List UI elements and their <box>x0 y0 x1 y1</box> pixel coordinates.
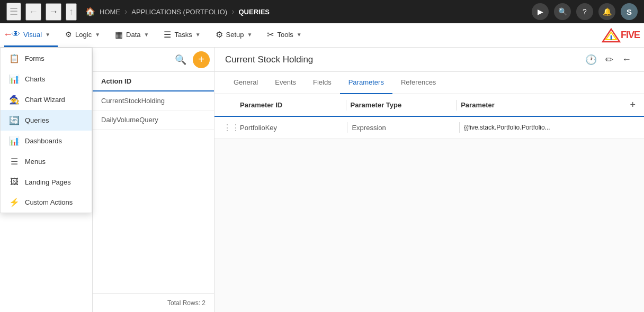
notifications-button[interactable]: 🔔 <box>598 3 615 20</box>
tab-references-label: References <box>401 78 436 86</box>
menu-label-logic: Logic <box>75 31 92 39</box>
breadcrumb-queries[interactable]: QUERIES <box>238 8 270 16</box>
breadcrumb-sep-1: › <box>124 7 127 16</box>
param-value-cell: {{five.stack.Portfolio.Portfolio... <box>464 124 636 131</box>
dropdown-item-forms[interactable]: 📋 Forms <box>1 48 92 69</box>
chart-wizard-icon: 🧙 <box>9 95 20 105</box>
action-row-1[interactable]: DailyVolumeQuery <box>93 111 214 130</box>
setup-icon: ⚙ <box>216 30 223 40</box>
chevron-down-icon-tasks: ▼ <box>195 32 201 38</box>
chevron-down-icon-logic: ▼ <box>95 32 100 38</box>
row-col-sep-1 <box>347 122 347 133</box>
breadcrumb-applications[interactable]: APPLICATIONS (PORTFOLIO) <box>131 8 227 16</box>
menu-item-visual[interactable]: 👁 Visual ▼ ← <box>4 23 58 47</box>
action-id-0: CurrentStockHolding <box>101 97 165 105</box>
param-row-0[interactable]: ⋮⋮ PortfolioKey Expression {{five.stack.… <box>214 117 644 139</box>
visual-dropdown-menu: 📋 Forms 📊 Charts 🧙 Chart Wizard 🔄 Querie… <box>0 48 92 213</box>
action-add-button[interactable]: + <box>193 51 210 68</box>
top-nav: ☰ ← → ↑ 🏠 HOME › APPLICATIONS (PORTFOLIO… <box>0 0 644 23</box>
param-table: Parameter ID Parameter Type Parameter + … <box>214 94 644 312</box>
back-button[interactable]: ← <box>25 3 41 21</box>
action-id-column-header: Action ID <box>101 77 131 85</box>
edit-button[interactable]: ✏ <box>603 52 615 68</box>
menu-item-setup[interactable]: ⚙ Setup ▼ <box>208 23 260 47</box>
charts-icon: 📊 <box>9 74 20 84</box>
dropdown-item-landing-pages[interactable]: 🖼 Landing Pages <box>1 172 92 192</box>
col-separator-2 <box>456 100 457 111</box>
action-table-footer: Total Rows: 2 <box>93 293 214 312</box>
help-button[interactable]: ? <box>576 3 593 20</box>
top-nav-right: ▶ 🔍 ? 🔔 S <box>532 3 638 20</box>
tab-references[interactable]: References <box>392 72 444 94</box>
action-row-0[interactable]: CurrentStockHolding <box>93 91 214 111</box>
param-type-col-header: Parameter Type <box>351 101 452 109</box>
tab-fields[interactable]: Fields <box>305 72 340 94</box>
custom-actions-icon: ⚡ <box>9 197 20 207</box>
dropdown-item-menus[interactable]: ☰ Menus <box>1 151 92 172</box>
action-table-header: Action ID <box>93 72 214 91</box>
right-panel-header: Current Stock Holding 🕐 ✏ ← <box>214 48 644 72</box>
tab-general-label: General <box>234 78 258 86</box>
menu-item-tasks[interactable]: ☰ Tasks ▼ <box>156 23 208 47</box>
right-panel: Current Stock Holding 🕐 ✏ ← General Even… <box>214 48 644 312</box>
chevron-down-icon-tools: ▼ <box>297 32 302 38</box>
drag-handle[interactable]: ⋮⋮ <box>223 123 240 133</box>
play-button[interactable]: ▶ <box>532 3 549 20</box>
data-icon: ▦ <box>115 30 123 40</box>
chevron-down-icon-setup: ▼ <box>247 32 253 38</box>
tab-general[interactable]: General <box>225 72 266 94</box>
col-separator-1 <box>346 100 346 111</box>
dropdown-item-charts[interactable]: 📊 Charts <box>1 69 92 89</box>
tools-icon: ✂ <box>267 30 274 40</box>
dropdown-item-queries[interactable]: 🔄 Queries <box>1 110 92 131</box>
queries-icon: 🔄 <box>9 115 20 125</box>
add-param-button[interactable]: + <box>630 99 636 111</box>
dropdown-label-queries: Queries <box>25 116 49 124</box>
five-logo-icon <box>602 28 621 43</box>
right-panel-title: Current Stock Holding <box>225 54 313 65</box>
total-rows-label: Total Rows: 2 <box>167 299 205 307</box>
landing-pages-icon: 🖼 <box>9 177 20 187</box>
menu-item-tools[interactable]: ✂ Tools ▼ <box>260 23 309 47</box>
close-button[interactable]: ← <box>620 52 633 67</box>
chevron-down-icon-data: ▼ <box>144 32 149 38</box>
five-logo-text: FIVE <box>621 30 640 41</box>
dashboards-icon: 📊 <box>9 136 20 146</box>
dropdown-item-dashboards[interactable]: 📊 Dashboards <box>1 131 92 151</box>
param-table-header: Parameter ID Parameter Type Parameter + <box>214 94 644 117</box>
search-button[interactable]: 🔍 <box>554 3 571 20</box>
chevron-down-icon: ▼ <box>45 32 50 38</box>
logic-icon: ⚙ <box>65 30 72 39</box>
red-arrow-indicator: ← <box>3 29 13 40</box>
menu-bar: 👁 Visual ▼ ← ⚙ Logic ▼ ▦ Data ▼ ☰ Tasks … <box>0 23 644 48</box>
dropdown-item-chart-wizard[interactable]: 🧙 Chart Wizard <box>1 89 92 110</box>
menu-item-data[interactable]: ▦ Data ▼ <box>108 23 156 47</box>
forms-icon: 📋 <box>9 53 20 63</box>
dropdown-label-forms: Forms <box>25 54 44 62</box>
hamburger-menu-button[interactable]: ☰ <box>6 3 21 21</box>
dropdown-label-menus: Menus <box>25 158 46 166</box>
dropdown-label-custom-actions: Custom Actions <box>25 198 73 206</box>
up-button[interactable]: ↑ <box>66 3 77 21</box>
menu-label-visual: Visual <box>23 31 42 39</box>
left-panel: 📋 Forms 📊 Charts 🧙 Chart Wizard 🔄 Querie… <box>0 48 93 312</box>
param-col-header: Parameter <box>461 101 630 109</box>
row-col-sep-2 <box>459 122 460 133</box>
home-icon: 🏠 <box>85 7 95 16</box>
dropdown-item-custom-actions[interactable]: ⚡ Custom Actions <box>1 192 92 213</box>
breadcrumb-home[interactable]: HOME <box>100 8 120 16</box>
menu-item-logic[interactable]: ⚙ Logic ▼ <box>58 23 108 47</box>
tab-parameters[interactable]: Parameters <box>340 72 392 94</box>
menu-label-data: Data <box>126 31 140 39</box>
action-table-toolbar: 🔍 + <box>93 48 214 72</box>
tabs-bar: General Events Fields Parameters Referen… <box>214 72 644 94</box>
tab-events-label: Events <box>275 78 296 86</box>
tab-events[interactable]: Events <box>266 72 305 94</box>
dropdown-label-charts: Charts <box>25 75 45 83</box>
action-search-button[interactable]: 🔍 <box>173 52 189 68</box>
menu-label-setup: Setup <box>226 31 244 39</box>
forward-button[interactable]: → <box>46 3 61 21</box>
history-button[interactable]: 🕐 <box>583 52 599 68</box>
breadcrumb: 🏠 HOME › APPLICATIONS (PORTFOLIO) › QUER… <box>85 7 527 16</box>
user-avatar[interactable]: S <box>621 3 638 20</box>
